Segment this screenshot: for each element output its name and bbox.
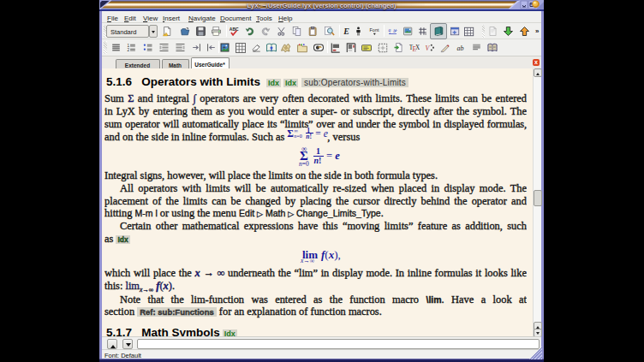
svg-text:E: E xyxy=(343,27,349,36)
svg-text:ab: ab xyxy=(457,44,464,51)
svg-text:Font: Font xyxy=(370,27,379,33)
svg-text:X: X xyxy=(415,44,420,50)
svg-text:V: V xyxy=(426,44,431,51)
svg-text:2: 2 xyxy=(127,49,129,53)
svg-text:a: a xyxy=(388,27,391,32)
svg-text:ABC: ABC xyxy=(230,27,239,32)
svg-text:1: 1 xyxy=(127,44,129,48)
svg-text:b: b xyxy=(393,28,396,33)
